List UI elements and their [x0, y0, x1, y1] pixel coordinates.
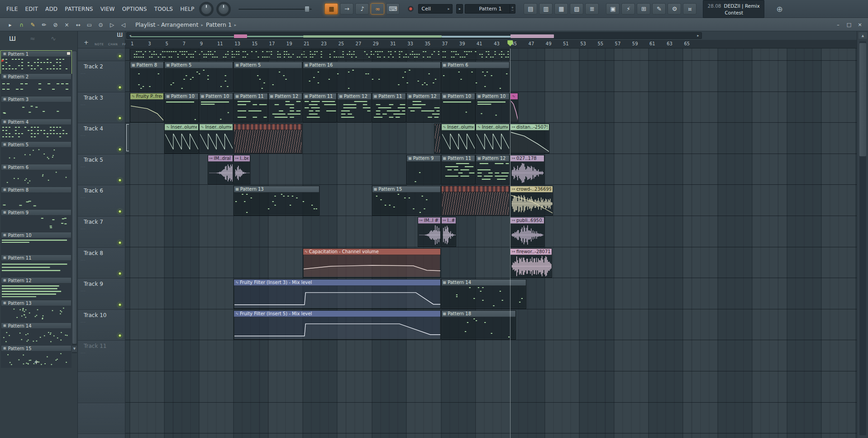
add-pattern-button[interactable]: +	[0, 358, 72, 366]
track-resize-grip[interactable]: ...	[81, 70, 86, 75]
track-header-cell[interactable]: Track 5...	[78, 154, 125, 186]
track-resize-grip[interactable]: ...	[81, 132, 86, 137]
pattern-selector[interactable]: Pattern 1 +−	[465, 4, 515, 14]
scroll-right-icon[interactable]: ▸	[695, 33, 701, 39]
record-indicator[interactable]	[408, 6, 414, 12]
track-resize-grip[interactable]: ...	[81, 194, 86, 199]
sidebar-scroll-handle[interactable]	[72, 51, 76, 344]
scrollbar-handle[interactable]	[859, 43, 866, 156]
menu-view[interactable]: VIEW	[97, 4, 119, 14]
clip-inser-olume[interactable]: ∿Inser..olume	[199, 124, 233, 154]
pattern-down-button[interactable]: −	[511, 9, 514, 12]
track-lane[interactable]	[125, 403, 857, 434]
menu-patterns[interactable]: PATTERNS	[61, 4, 96, 14]
scroll-left-icon[interactable]: ◂	[127, 33, 133, 39]
picker-panel-toggle[interactable]: Ш	[117, 32, 123, 38]
clip-027-178[interactable]: ↦027..178	[510, 155, 544, 185]
pattern-item[interactable]: ▦Pattern 11	[1, 255, 72, 277]
pattern-item-header[interactable]: ▦Pattern 12	[1, 277, 72, 284]
clip-chop[interactable]	[441, 186, 510, 216]
menu-add[interactable]: ADD	[42, 4, 61, 14]
filter-audio-icon[interactable]: ≈	[30, 35, 35, 42]
track-header-cell[interactable]: Track 4...	[78, 123, 125, 154]
clip-pattern-8[interactable]: ▦Pattern 8	[130, 62, 164, 91]
menu-help[interactable]: HELP	[176, 4, 198, 14]
wait-for-input-button[interactable]: ♪	[355, 3, 369, 14]
pattern-item[interactable]: ▦Pattern 8	[1, 187, 72, 209]
pattern-item[interactable]: ▦Pattern 1▶	[1, 51, 72, 73]
pattern-item-header[interactable]: ▦Pattern 14	[1, 322, 72, 329]
pattern-item-header[interactable]: ▦Pattern 4	[1, 119, 72, 125]
pattern-item-header[interactable]: ▦Pattern 2	[1, 73, 72, 80]
menu-options[interactable]: OPTIONS	[119, 4, 151, 14]
slip-tool-icon[interactable]: ↔	[73, 20, 83, 29]
track-led[interactable]	[118, 148, 122, 151]
track-header-cell[interactable]	[78, 48, 125, 61]
detach-menu-icon[interactable]: ▸	[5, 20, 15, 29]
draw-tool-icon[interactable]: ✎	[28, 20, 38, 29]
master-pitch-knob[interactable]	[216, 2, 231, 16]
clip-mini[interactable]	[130, 49, 510, 60]
pattern-item-header[interactable]: ▦Pattern 5	[1, 141, 72, 148]
track-resize-grip[interactable]: ...	[81, 226, 86, 230]
menu-file[interactable]: FILE	[3, 4, 22, 14]
track-led[interactable]	[118, 86, 122, 89]
pattern-item[interactable]: ▦Pattern 13	[1, 300, 72, 322]
menu-tools[interactable]: TOOLS	[151, 4, 177, 14]
clip-fruity-filter-insert-5-mix-level[interactable]: ∿Fruity Filter (Insert 5) - Mix level	[234, 310, 440, 340]
pattern-item-header[interactable]: ▦Pattern 10	[1, 232, 72, 238]
clip-capacitation-channel-volume[interactable]: ∿Capacitation - Channel volume	[303, 248, 441, 278]
track-header-cell[interactable]: Track 9...	[78, 279, 125, 310]
clip-im-dral[interactable]: ↦IM..dral	[208, 155, 233, 185]
clip-pattern-16[interactable]: ▦Pattern 16	[303, 62, 441, 91]
track-header-cell[interactable]	[78, 403, 125, 434]
clip-firewor-280715[interactable]: ↦firewor..-280715	[510, 248, 552, 278]
view-playlist-button[interactable]: ▤	[524, 3, 537, 14]
pattern-item[interactable]: ▦Pattern 10	[1, 232, 72, 255]
clip-pattern-5[interactable]: ▦Pattern 5	[234, 62, 302, 91]
track-header-cell[interactable]: Track 10...	[78, 310, 125, 341]
pattern-item[interactable]: ▦Pattern 5	[1, 141, 72, 164]
typing-keyboard-piano-button[interactable]: ⌨	[386, 3, 400, 14]
track-resize-grip[interactable]: ...	[81, 257, 86, 261]
preview-speaker-icon[interactable]: ◁	[118, 20, 129, 29]
clip-im-l-2[interactable]: ↦IM..l #2	[418, 217, 441, 247]
clipboard-button[interactable]: ▣	[606, 3, 620, 14]
pattern-nav-button[interactable]: ▸	[456, 4, 463, 14]
master-volume-knob[interactable]	[199, 2, 214, 16]
clip-automation[interactable]: ∿	[510, 93, 518, 123]
clip-pattern-12[interactable]: ▦Pattern 12	[268, 93, 302, 123]
shuffle-slider[interactable]	[238, 6, 312, 12]
track-header-cell[interactable]: Track 2...	[78, 61, 125, 92]
select-tool-icon[interactable]: ▭	[84, 20, 95, 29]
track-led[interactable]	[118, 178, 122, 182]
touch-controller-button[interactable]: ⊞	[637, 3, 650, 14]
clip-pattern-10[interactable]: ▦Pattern 10	[164, 93, 198, 123]
clip-pattern-10[interactable]: ▦Pattern 10	[441, 93, 475, 123]
pattern-item-header[interactable]: ▦Pattern 6	[1, 164, 72, 170]
playback-tool-icon[interactable]: ▷	[107, 20, 117, 29]
clip-publi-69502[interactable]: ↦publi..69502	[510, 217, 544, 247]
filter-patterns-icon[interactable]: Ш	[9, 35, 16, 42]
clip-hatch[interactable]	[434, 124, 440, 154]
track-led[interactable]	[118, 241, 122, 245]
clip-inser-olume[interactable]: ∿Inser..olume	[476, 124, 510, 154]
clip-pattern-11[interactable]: ▦Pattern 11	[372, 93, 406, 123]
track-header-cell[interactable]: Track 7...	[78, 217, 125, 248]
pattern-item-header[interactable]: ▦Pattern 15	[1, 345, 72, 351]
clip-pattern-13[interactable]: ▦Pattern 13	[234, 186, 320, 216]
settings-tools-button[interactable]: ⚙	[668, 3, 681, 14]
track-led[interactable]	[118, 116, 122, 120]
pattern-item-header[interactable]: ▦Pattern 13	[1, 300, 72, 306]
scroll-up-icon[interactable]: ▲	[858, 32, 867, 39]
clip-pattern-15[interactable]: ▦Pattern 15	[372, 186, 441, 216]
pattern-item-header[interactable]: ▦Pattern 9	[1, 209, 72, 216]
view-mixer-button[interactable]: ▧	[570, 3, 583, 14]
track-lane[interactable]	[125, 434, 857, 438]
clip-pattern-18[interactable]: ▦Pattern 18	[441, 310, 516, 340]
track-header-cell[interactable]: Track 11...	[78, 341, 125, 372]
track-header-cell[interactable]: Track 6...	[78, 185, 125, 217]
track-header-cell[interactable]: Track 3...	[78, 92, 125, 124]
pattern-item[interactable]: ▦Pattern 14	[1, 322, 72, 345]
clip-pattern-11[interactable]: ▦Pattern 11	[441, 155, 475, 185]
